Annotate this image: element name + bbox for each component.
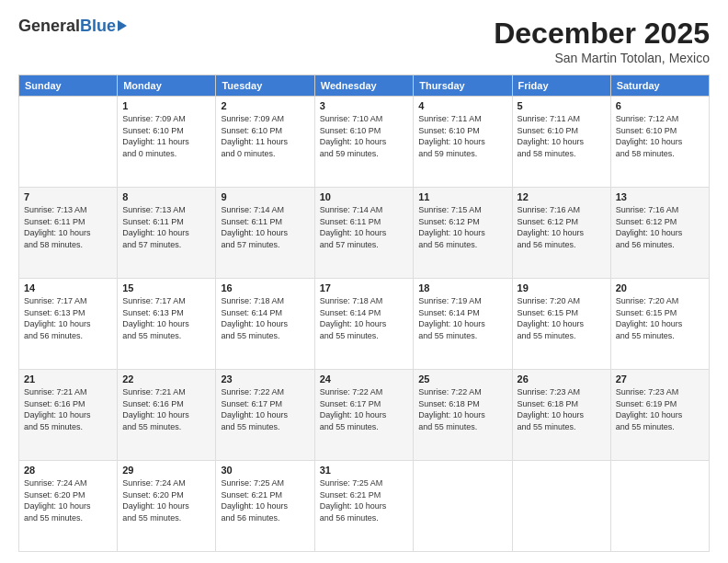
table-cell: 10Sunrise: 7:14 AM Sunset: 6:11 PM Dayli…: [314, 188, 414, 279]
day-number: 23: [221, 373, 309, 385]
day-info: Sunrise: 7:21 AM Sunset: 6:16 PM Dayligh…: [24, 386, 112, 432]
day-info: Sunrise: 7:20 AM Sunset: 6:15 PM Dayligh…: [518, 295, 606, 341]
logo: General Blue: [18, 17, 127, 36]
week-row-1: 1Sunrise: 7:09 AM Sunset: 6:10 PM Daylig…: [19, 97, 710, 188]
header-sunday: Sunday: [19, 75, 118, 97]
table-cell: 29Sunrise: 7:24 AM Sunset: 6:20 PM Dayli…: [118, 461, 216, 552]
day-number: 18: [418, 282, 506, 293]
day-info: Sunrise: 7:13 AM Sunset: 6:11 PM Dayligh…: [122, 204, 210, 250]
day-info: Sunrise: 7:20 AM Sunset: 6:15 PM Dayligh…: [616, 295, 704, 341]
day-info: Sunrise: 7:24 AM Sunset: 6:20 PM Dayligh…: [122, 477, 210, 523]
day-number: 5: [518, 100, 606, 111]
weekday-header-row: Sunday Monday Tuesday Wednesday Thursday…: [19, 75, 710, 97]
table-cell: 12Sunrise: 7:16 AM Sunset: 6:12 PM Dayli…: [512, 188, 610, 279]
table-cell: 8Sunrise: 7:13 AM Sunset: 6:11 PM Daylig…: [118, 188, 216, 279]
day-number: 19: [518, 282, 606, 293]
table-cell: 9Sunrise: 7:14 AM Sunset: 6:11 PM Daylig…: [216, 188, 314, 279]
table-cell: 22Sunrise: 7:21 AM Sunset: 6:16 PM Dayli…: [118, 370, 216, 461]
day-number: 21: [24, 373, 112, 385]
day-number: 25: [418, 373, 506, 385]
day-info: Sunrise: 7:18 AM Sunset: 6:14 PM Dayligh…: [221, 295, 309, 341]
day-info: Sunrise: 7:22 AM Sunset: 6:17 PM Dayligh…: [320, 386, 409, 432]
day-number: 4: [418, 100, 506, 111]
day-info: Sunrise: 7:25 AM Sunset: 6:21 PM Dayligh…: [320, 477, 409, 523]
calendar-table: Sunday Monday Tuesday Wednesday Thursday…: [18, 75, 710, 552]
day-info: Sunrise: 7:13 AM Sunset: 6:11 PM Dayligh…: [24, 204, 112, 250]
day-info: Sunrise: 7:11 AM Sunset: 6:10 PM Dayligh…: [418, 113, 506, 159]
table-cell: 27Sunrise: 7:23 AM Sunset: 6:19 PM Dayli…: [610, 370, 709, 461]
day-info: Sunrise: 7:16 AM Sunset: 6:12 PM Dayligh…: [616, 204, 704, 250]
day-info: Sunrise: 7:24 AM Sunset: 6:20 PM Dayligh…: [24, 477, 112, 523]
table-cell: 24Sunrise: 7:22 AM Sunset: 6:17 PM Dayli…: [314, 370, 414, 461]
day-number: 20: [616, 282, 704, 293]
day-number: 15: [122, 282, 210, 293]
day-number: 3: [320, 100, 409, 111]
day-number: 13: [616, 191, 704, 202]
day-number: 27: [616, 373, 704, 385]
header: General Blue December 2025 San Martin To…: [18, 17, 710, 65]
day-info: Sunrise: 7:22 AM Sunset: 6:17 PM Dayligh…: [221, 386, 309, 432]
table-cell: 2Sunrise: 7:09 AM Sunset: 6:10 PM Daylig…: [216, 97, 314, 188]
day-info: Sunrise: 7:23 AM Sunset: 6:19 PM Dayligh…: [616, 386, 704, 432]
table-cell: 20Sunrise: 7:20 AM Sunset: 6:15 PM Dayli…: [610, 279, 709, 370]
month-title: December 2025: [494, 17, 710, 51]
table-cell: 6Sunrise: 7:12 AM Sunset: 6:10 PM Daylig…: [610, 97, 709, 188]
week-row-3: 14Sunrise: 7:17 AM Sunset: 6:13 PM Dayli…: [19, 279, 710, 370]
logo-arrow-icon: [118, 20, 127, 31]
table-cell: [610, 461, 709, 552]
table-cell: 31Sunrise: 7:25 AM Sunset: 6:21 PM Dayli…: [314, 461, 414, 552]
table-cell: [19, 97, 118, 188]
table-cell: 5Sunrise: 7:11 AM Sunset: 6:10 PM Daylig…: [512, 97, 610, 188]
day-number: 10: [320, 191, 409, 202]
logo-blue: Blue: [80, 17, 116, 36]
day-number: 6: [616, 100, 704, 111]
day-number: 11: [418, 191, 506, 202]
day-number: 1: [122, 100, 210, 111]
location: San Martin Totolan, Mexico: [494, 51, 710, 65]
day-number: 17: [320, 282, 409, 293]
day-info: Sunrise: 7:11 AM Sunset: 6:10 PM Dayligh…: [518, 113, 606, 159]
day-info: Sunrise: 7:09 AM Sunset: 6:10 PM Dayligh…: [221, 113, 309, 159]
day-info: Sunrise: 7:19 AM Sunset: 6:14 PM Dayligh…: [418, 295, 506, 341]
day-number: 8: [122, 191, 210, 202]
header-saturday: Saturday: [610, 75, 709, 97]
day-info: Sunrise: 7:15 AM Sunset: 6:12 PM Dayligh…: [418, 204, 506, 250]
table-cell: 17Sunrise: 7:18 AM Sunset: 6:14 PM Dayli…: [314, 279, 414, 370]
day-info: Sunrise: 7:21 AM Sunset: 6:16 PM Dayligh…: [122, 386, 210, 432]
table-cell: 26Sunrise: 7:23 AM Sunset: 6:18 PM Dayli…: [512, 370, 610, 461]
header-thursday: Thursday: [414, 75, 512, 97]
day-info: Sunrise: 7:16 AM Sunset: 6:12 PM Dayligh…: [518, 204, 606, 250]
week-row-4: 21Sunrise: 7:21 AM Sunset: 6:16 PM Dayli…: [19, 370, 710, 461]
table-cell: 18Sunrise: 7:19 AM Sunset: 6:14 PM Dayli…: [414, 279, 512, 370]
table-cell: 16Sunrise: 7:18 AM Sunset: 6:14 PM Dayli…: [216, 279, 314, 370]
day-number: 24: [320, 373, 409, 385]
day-info: Sunrise: 7:17 AM Sunset: 6:13 PM Dayligh…: [24, 295, 112, 341]
table-cell: 7Sunrise: 7:13 AM Sunset: 6:11 PM Daylig…: [19, 188, 118, 279]
day-info: Sunrise: 7:25 AM Sunset: 6:21 PM Dayligh…: [221, 477, 309, 523]
table-cell: [414, 461, 512, 552]
day-info: Sunrise: 7:09 AM Sunset: 6:10 PM Dayligh…: [122, 113, 210, 159]
table-cell: 14Sunrise: 7:17 AM Sunset: 6:13 PM Dayli…: [19, 279, 118, 370]
day-number: 22: [122, 373, 210, 385]
table-cell: 11Sunrise: 7:15 AM Sunset: 6:12 PM Dayli…: [414, 188, 512, 279]
table-cell: 13Sunrise: 7:16 AM Sunset: 6:12 PM Dayli…: [610, 188, 709, 279]
table-cell: [512, 461, 610, 552]
day-number: 28: [24, 465, 112, 476]
day-info: Sunrise: 7:10 AM Sunset: 6:10 PM Dayligh…: [320, 113, 409, 159]
header-wednesday: Wednesday: [314, 75, 414, 97]
day-number: 30: [221, 465, 309, 476]
day-number: 12: [518, 191, 606, 202]
table-cell: 19Sunrise: 7:20 AM Sunset: 6:15 PM Dayli…: [512, 279, 610, 370]
week-row-5: 28Sunrise: 7:24 AM Sunset: 6:20 PM Dayli…: [19, 461, 710, 552]
calendar-page: General Blue December 2025 San Martin To…: [0, 0, 728, 563]
week-row-2: 7Sunrise: 7:13 AM Sunset: 6:11 PM Daylig…: [19, 188, 710, 279]
header-monday: Monday: [118, 75, 216, 97]
day-info: Sunrise: 7:22 AM Sunset: 6:18 PM Dayligh…: [418, 386, 506, 432]
table-cell: 25Sunrise: 7:22 AM Sunset: 6:18 PM Dayli…: [414, 370, 512, 461]
day-info: Sunrise: 7:14 AM Sunset: 6:11 PM Dayligh…: [221, 204, 309, 250]
day-number: 14: [24, 282, 112, 293]
day-info: Sunrise: 7:17 AM Sunset: 6:13 PM Dayligh…: [122, 295, 210, 341]
title-section: December 2025 San Martin Totolan, Mexico: [494, 17, 710, 65]
day-number: 16: [221, 282, 309, 293]
table-cell: 15Sunrise: 7:17 AM Sunset: 6:13 PM Dayli…: [118, 279, 216, 370]
